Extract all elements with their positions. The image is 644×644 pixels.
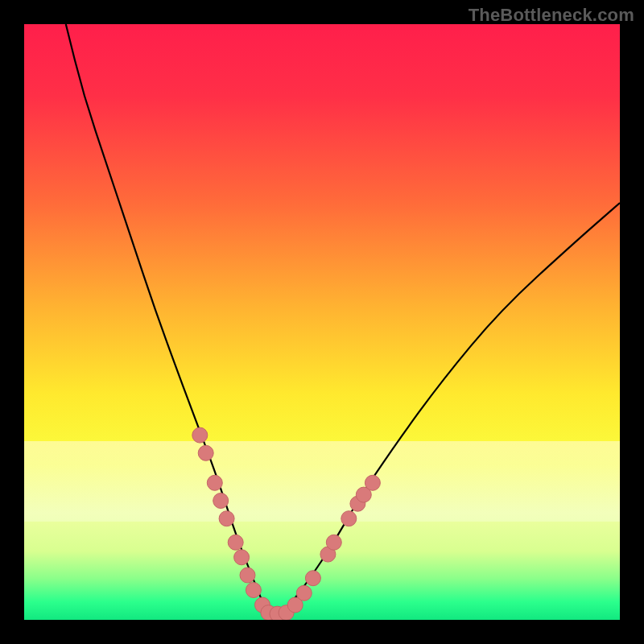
curve-marker <box>192 427 208 443</box>
chart-svg <box>24 24 620 620</box>
curve-marker <box>246 583 261 598</box>
cream-band <box>24 441 620 522</box>
outer-frame: TheBottleneck.com <box>0 0 644 644</box>
curve-marker <box>240 568 255 583</box>
curve-marker <box>234 550 250 565</box>
curve-marker <box>219 511 234 526</box>
curve-marker <box>207 475 222 490</box>
plot-area <box>24 24 620 620</box>
curve-marker <box>296 585 312 601</box>
curve-marker <box>305 571 320 586</box>
curve-marker <box>326 535 341 550</box>
curve-marker <box>213 493 229 509</box>
curve-marker <box>198 445 213 460</box>
curve-marker <box>228 535 243 550</box>
watermark-text: TheBottleneck.com <box>469 5 634 26</box>
curve-marker <box>341 511 357 526</box>
curve-marker <box>365 475 380 490</box>
gradient-background <box>24 24 620 620</box>
